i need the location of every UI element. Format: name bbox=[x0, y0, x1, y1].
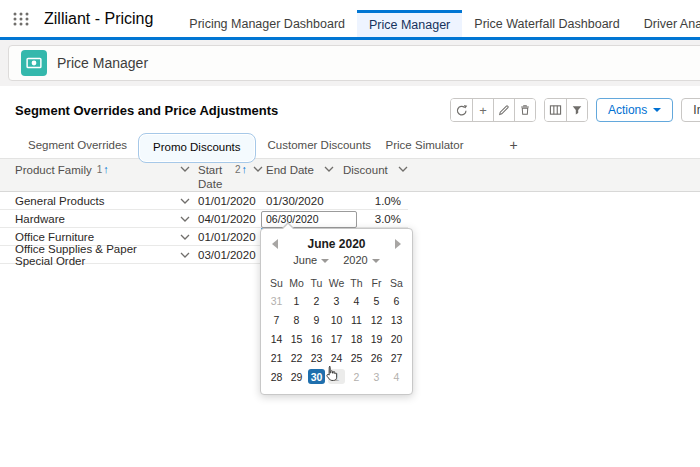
toolbar: + bbox=[450, 98, 700, 122]
day-cell[interactable]: 27 bbox=[387, 348, 407, 367]
column-menu-chevron-icon[interactable] bbox=[180, 166, 190, 172]
calendar-grid: SuMoTuWeThFrSa31123456789101112131415161… bbox=[266, 274, 407, 386]
add-button[interactable]: + bbox=[472, 99, 493, 121]
filter-button[interactable] bbox=[566, 99, 587, 121]
cell-start-date: 03/01/2020 bbox=[198, 249, 266, 261]
day-cell[interactable]: 21 bbox=[267, 348, 287, 367]
year-select[interactable]: 2020 bbox=[343, 254, 379, 266]
day-cell-selected[interactable]: 30 bbox=[307, 367, 327, 386]
day-cell[interactable]: 26 bbox=[367, 348, 387, 367]
day-cell[interactable]: 9 bbox=[307, 310, 327, 329]
section-title: Segment Overrides and Price Adjustments bbox=[15, 103, 278, 118]
day-cell[interactable]: 14 bbox=[267, 329, 287, 348]
row-chevron-down-icon[interactable] bbox=[180, 252, 190, 258]
day-cell[interactable]: 28 bbox=[267, 367, 287, 386]
edit-button[interactable] bbox=[493, 99, 514, 121]
day-cell[interactable]: 24 bbox=[327, 348, 347, 367]
column-discount[interactable]: Discount bbox=[343, 163, 418, 177]
datepicker-selects: June 2020 bbox=[266, 254, 407, 266]
day-cell[interactable]: 4 bbox=[347, 291, 367, 310]
tab-customer-discounts[interactable]: Customer Discounts bbox=[268, 139, 386, 151]
day-cell[interactable]: 2 bbox=[347, 367, 367, 386]
next-month-icon[interactable] bbox=[395, 239, 401, 249]
day-cell[interactable]: 23 bbox=[307, 348, 327, 367]
day-of-week-header: Su bbox=[267, 274, 287, 291]
nav-item-pricing-manager-dashboard[interactable]: Pricing Manager Dashboard bbox=[177, 10, 357, 37]
day-cell[interactable]: 1 bbox=[287, 291, 307, 310]
chevron-down-icon bbox=[372, 259, 380, 263]
chevron-down-icon bbox=[653, 108, 661, 112]
record-buttons-group: + bbox=[450, 98, 536, 122]
day-cell[interactable]: 15 bbox=[287, 329, 307, 348]
datepicker-header: June 2020 bbox=[266, 236, 407, 252]
day-cell[interactable]: 10 bbox=[327, 310, 347, 329]
nav-item-driver-analysis-dashboard[interactable]: Driver Analysis Dashboard bbox=[632, 10, 700, 37]
refresh-button[interactable] bbox=[451, 99, 472, 121]
cell-start-date: 01/01/2020 bbox=[198, 195, 266, 207]
actions-button[interactable]: Actions bbox=[596, 98, 673, 122]
day-cell[interactable]: 4 bbox=[387, 367, 407, 386]
datepicker-title: June 2020 bbox=[307, 237, 365, 251]
column-end-date[interactable]: End Date bbox=[266, 163, 343, 177]
column-label: End Date bbox=[266, 163, 314, 177]
table-header: Product Family 1 ↑ Start Date 2 ↑ End Da… bbox=[0, 158, 700, 192]
day-cell[interactable]: 6 bbox=[387, 291, 407, 310]
day-cell[interactable]: 31 bbox=[267, 291, 287, 310]
column-product-family[interactable]: Product Family 1 ↑ bbox=[15, 163, 198, 177]
delete-button[interactable] bbox=[514, 99, 535, 121]
columns-icon bbox=[549, 104, 562, 116]
sort-order-badge: 1 bbox=[97, 164, 103, 175]
table-row[interactable]: Hardware04/01/20203.0% bbox=[0, 210, 408, 228]
day-cell[interactable]: 29 bbox=[287, 367, 307, 386]
day-cell[interactable]: 3 bbox=[367, 367, 387, 386]
tab-segment-overrides[interactable]: Segment Overrides bbox=[28, 139, 146, 151]
row-chevron-down-icon[interactable] bbox=[180, 198, 190, 204]
global-nav-bar: Zilliant - Pricing Pricing Manager Dashb… bbox=[0, 0, 700, 40]
column-start-date[interactable]: Start Date 2 ↑ bbox=[198, 163, 266, 191]
day-cell[interactable]: 11 bbox=[347, 310, 367, 329]
day-cell[interactable]: 12 bbox=[367, 310, 387, 329]
nav-item-price-manager[interactable]: Price Manager bbox=[357, 10, 462, 37]
end-date-input[interactable] bbox=[261, 211, 357, 228]
day-cell[interactable]: 20 bbox=[387, 329, 407, 348]
day-cell[interactable]: 7 bbox=[267, 310, 287, 329]
plus-icon: + bbox=[479, 104, 487, 117]
day-cell[interactable]: 17 bbox=[327, 329, 347, 348]
day-cell[interactable]: 16 bbox=[307, 329, 327, 348]
year-select-value: 2020 bbox=[343, 254, 367, 266]
day-cell[interactable]: 25 bbox=[347, 348, 367, 367]
cell-start-date: 01/01/2020 bbox=[198, 231, 266, 243]
column-menu-chevron-icon[interactable] bbox=[324, 166, 334, 172]
app-launcher-icon[interactable] bbox=[12, 10, 30, 28]
trash-icon bbox=[519, 104, 531, 116]
day-cell[interactable]: 8 bbox=[287, 310, 307, 329]
import-data-button[interactable]: Import Data bbox=[681, 98, 700, 122]
day-of-week-header: Sa bbox=[387, 274, 407, 291]
row-chevron-down-icon[interactable] bbox=[180, 216, 190, 222]
app-name: Zilliant - Pricing bbox=[44, 10, 153, 28]
previous-month-icon[interactable] bbox=[272, 239, 278, 249]
column-menu-chevron-icon[interactable] bbox=[253, 166, 263, 172]
tab-promo-discounts[interactable]: Promo Discounts bbox=[138, 133, 256, 163]
day-cell[interactable]: 19 bbox=[367, 329, 387, 348]
price-manager-object-icon bbox=[21, 50, 47, 76]
cell-product-family: Office Furniture bbox=[15, 231, 198, 243]
day-cell[interactable]: 5 bbox=[367, 291, 387, 310]
day-cell[interactable]: 18 bbox=[347, 329, 367, 348]
nav-item-price-waterfall-dashboard[interactable]: Price Waterfall Dashboard bbox=[462, 10, 631, 37]
month-select[interactable]: June bbox=[293, 254, 329, 266]
day-cell[interactable]: 13 bbox=[387, 310, 407, 329]
month-select-value: June bbox=[293, 254, 317, 266]
tab-price-simulator[interactable]: Price Simulator bbox=[386, 139, 504, 151]
day-cell[interactable]: 2 bbox=[307, 291, 327, 310]
column-menu-chevron-icon[interactable] bbox=[398, 166, 408, 172]
add-tab-button[interactable]: + bbox=[504, 137, 518, 153]
filter-icon bbox=[571, 104, 583, 116]
columns-button[interactable] bbox=[545, 99, 566, 121]
day-cell[interactable]: 22 bbox=[287, 348, 307, 367]
table-row[interactable]: General Products01/01/202001/30/20201.0% bbox=[0, 192, 408, 210]
sort-asc-icon: ↑ bbox=[103, 163, 109, 175]
day-cell[interactable]: 3 bbox=[327, 291, 347, 310]
day-cell[interactable]: 1 bbox=[327, 367, 347, 386]
row-chevron-down-icon[interactable] bbox=[180, 234, 190, 240]
